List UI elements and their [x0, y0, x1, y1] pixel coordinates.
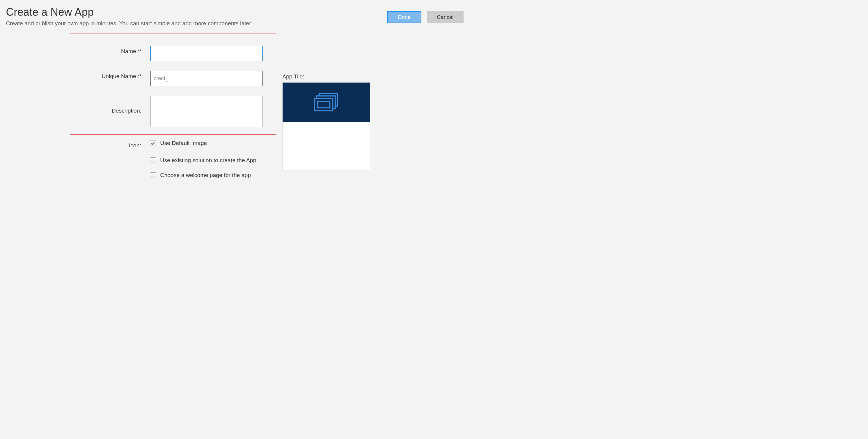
page-title: Create a New App: [6, 6, 387, 19]
choose-welcome-page-label: Choose a welcome page for the app: [160, 172, 251, 179]
required-fields-highlight: Name :* Unique Name :* Description:: [70, 34, 276, 134]
use-default-image-checkbox[interactable]: [150, 140, 156, 146]
header: Create a New App Create and publish your…: [6, 6, 464, 31]
page-subtitle: Create and publish your own app in minut…: [6, 20, 387, 27]
done-button[interactable]: Done: [387, 11, 422, 23]
name-input[interactable]: [150, 46, 263, 61]
use-existing-solution-label: Use existing solution to create the App: [160, 157, 256, 164]
name-label: Name :*: [79, 46, 150, 55]
unique-name-input[interactable]: [150, 71, 263, 86]
description-input[interactable]: [150, 96, 263, 127]
app-tile-label: App Tile:: [282, 73, 370, 80]
header-actions: Done Cancel: [387, 11, 464, 23]
app-tile-header: [283, 83, 370, 122]
icon-label: Icon:: [79, 140, 150, 149]
checkmark-icon: [151, 141, 155, 145]
choose-welcome-page-checkbox[interactable]: [150, 172, 156, 178]
app-tile-preview: [282, 82, 370, 170]
use-existing-solution-checkbox[interactable]: [150, 157, 156, 163]
cancel-button[interactable]: Cancel: [427, 11, 464, 23]
description-label: Description:: [79, 96, 150, 114]
unique-name-label: Unique Name :*: [79, 71, 150, 80]
app-tile-icon: [313, 92, 339, 112]
divider: [6, 31, 464, 31]
use-default-image-label: Use Default Image: [160, 140, 207, 147]
